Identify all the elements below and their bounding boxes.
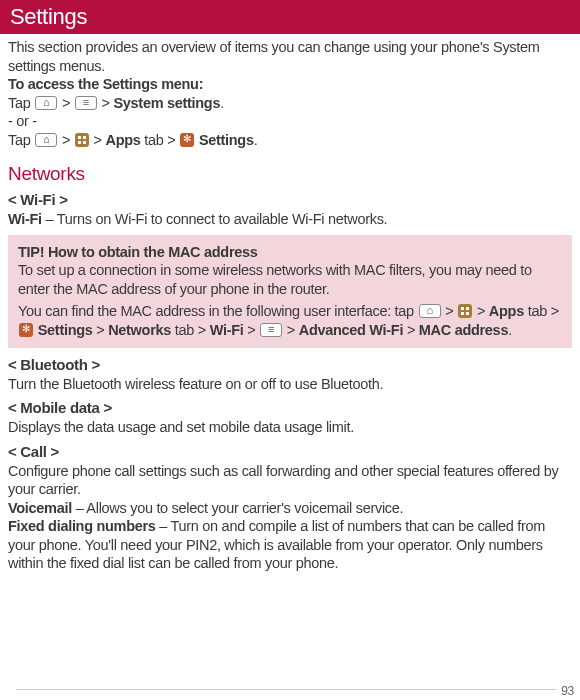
footer-rule	[16, 689, 556, 690]
settings-label: Settings	[195, 132, 254, 148]
text: Tap	[8, 132, 34, 148]
home-icon	[419, 304, 441, 318]
apps-label: Apps	[105, 132, 140, 148]
call-desc: Configure phone call settings such as ca…	[8, 462, 572, 499]
text: .	[508, 322, 512, 338]
text: Tap	[8, 95, 34, 111]
wifi-label: Wi-Fi	[210, 322, 244, 338]
apps-icon	[75, 133, 89, 147]
tip-p2: You can find the MAC address in the foll…	[18, 302, 562, 339]
apps-icon	[458, 304, 472, 318]
settings-icon	[19, 323, 33, 337]
home-icon	[35, 96, 57, 110]
mobile-data-subhead: < Mobile data >	[8, 399, 572, 416]
fdn-label: Fixed dialing numbers	[8, 518, 156, 534]
text: >	[58, 95, 74, 111]
mobile-data-desc: Displays the data usage and set mobile d…	[8, 418, 572, 437]
text: >	[243, 322, 259, 338]
tip-p1: To set up a connection in some wireless …	[18, 261, 562, 298]
call-subhead: < Call >	[8, 443, 572, 460]
text: >	[90, 132, 106, 148]
nav-path-2: Tap > > Apps tab > Settings.	[8, 131, 572, 150]
voicemail-line: Voicemail – Allows you to select your ca…	[8, 499, 572, 518]
text: >	[93, 322, 109, 338]
menu-icon	[260, 323, 282, 337]
text: .	[220, 95, 224, 111]
wifi-desc: – Turns on Wi-Fi to connect to available…	[42, 211, 388, 227]
text: You can find the MAC address in the foll…	[18, 303, 418, 319]
bluetooth-subhead: < Bluetooth >	[8, 356, 572, 373]
settings-banner: Settings	[0, 0, 580, 34]
access-heading: To access the Settings menu:	[8, 75, 572, 94]
text: >	[442, 303, 458, 319]
text: >	[98, 95, 114, 111]
text: tab >	[524, 303, 559, 319]
apps-label: Apps	[489, 303, 524, 319]
page-number: 93	[561, 684, 574, 698]
menu-icon	[75, 96, 97, 110]
text: >	[283, 322, 299, 338]
voicemail-desc: – Allows you to select your carrier's vo…	[72, 500, 403, 516]
text: >	[58, 132, 74, 148]
advanced-wifi-label: Advanced Wi-Fi	[299, 322, 403, 338]
networks-heading: Networks	[8, 163, 572, 185]
intro-para: This section provides an overview of ite…	[8, 38, 572, 75]
text: .	[254, 132, 258, 148]
fdn-line: Fixed dialing numbers – Turn on and comp…	[8, 517, 572, 573]
tip-title: TIP! How to obtain the MAC address	[18, 243, 562, 262]
text: >	[403, 322, 419, 338]
text: tab >	[141, 132, 180, 148]
networks-label: Networks	[108, 322, 171, 338]
text: tab >	[171, 322, 210, 338]
home-icon	[35, 133, 57, 147]
text: >	[473, 303, 489, 319]
wifi-label: Wi-Fi	[8, 211, 42, 227]
page-content: This section provides an overview of ite…	[0, 34, 580, 573]
or-separator: - or -	[8, 112, 572, 131]
mac-address-label: MAC address	[419, 322, 508, 338]
wifi-subhead: < Wi-Fi >	[8, 191, 572, 208]
bluetooth-desc: Turn the Bluetooth wireless feature on o…	[8, 375, 572, 394]
voicemail-label: Voicemail	[8, 500, 72, 516]
settings-icon	[180, 133, 194, 147]
banner-title: Settings	[10, 4, 87, 29]
settings-label: Settings	[34, 322, 93, 338]
wifi-line: Wi-Fi – Turns on Wi-Fi to connect to ava…	[8, 210, 572, 229]
tip-box: TIP! How to obtain the MAC address To se…	[8, 235, 572, 348]
nav-path-1: Tap > > System settings.	[8, 94, 572, 113]
system-settings-label: System settings	[113, 95, 220, 111]
